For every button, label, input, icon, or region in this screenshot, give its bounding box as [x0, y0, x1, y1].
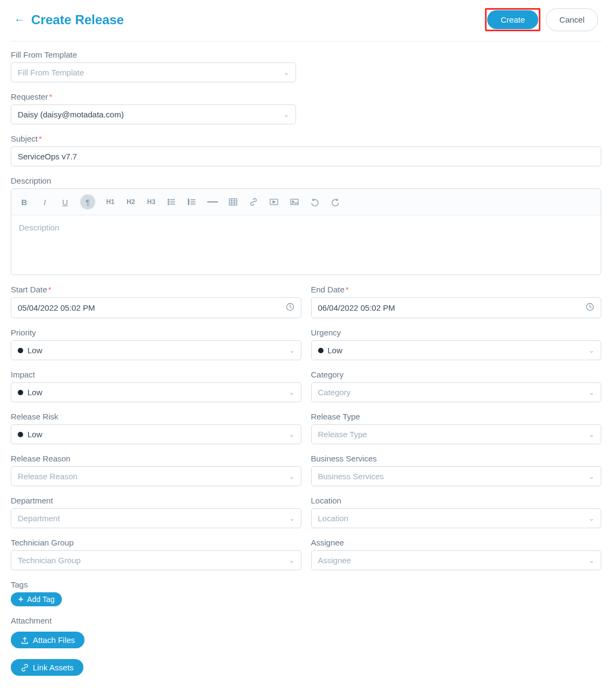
chevron-down-icon: ⌄: [589, 347, 594, 354]
end-date-value: 06/04/2022 05:02 PM: [318, 303, 395, 312]
technician-group-placeholder: Technician Group: [18, 556, 81, 565]
underline-icon[interactable]: U: [60, 197, 71, 207]
location-select[interactable]: Location ⌄: [311, 508, 602, 528]
chevron-down-icon: ⌄: [589, 473, 594, 480]
fill-template-select[interactable]: Fill From Template ⌄: [11, 62, 296, 82]
assignee-label: Assignee: [311, 538, 602, 547]
svg-point-5: [168, 204, 169, 205]
tags-label: Tags: [11, 580, 601, 589]
undo-icon[interactable]: [309, 197, 320, 207]
subject-value: ServiceOps v7.7: [18, 152, 77, 161]
start-date-label: Start Date*: [11, 285, 301, 294]
urgency-value: Low: [328, 346, 343, 355]
release-type-select[interactable]: Release Type ⌄: [311, 424, 602, 444]
chevron-down-icon: ⌄: [289, 473, 294, 480]
page-title: Create Release: [31, 12, 124, 27]
release-reason-label: Release Reason: [11, 454, 301, 463]
end-date-input[interactable]: 06/04/2022 05:02 PM: [311, 297, 602, 318]
svg-point-3: [168, 199, 169, 200]
plus-icon: +: [18, 594, 23, 604]
start-date-input[interactable]: 05/04/2022 05:02 PM: [11, 297, 301, 318]
impact-label: Impact: [11, 370, 301, 379]
department-label: Department: [11, 496, 301, 505]
back-arrow-icon[interactable]: ←: [14, 13, 25, 26]
video-icon[interactable]: [269, 197, 279, 207]
table-icon[interactable]: [228, 197, 238, 207]
bold-icon[interactable]: B: [19, 197, 30, 207]
release-reason-select[interactable]: Release Reason ⌄: [11, 466, 301, 486]
attach-files-button[interactable]: Attach Files: [11, 632, 85, 648]
chevron-down-icon: ⌄: [289, 389, 294, 396]
requester-select[interactable]: Daisy (daisy@motadata.com) ⌄: [11, 104, 296, 124]
unordered-list-icon[interactable]: [166, 197, 177, 207]
clock-icon: [586, 303, 594, 313]
cancel-button[interactable]: Cancel: [546, 8, 598, 31]
impact-value: Low: [27, 388, 43, 397]
description-textarea[interactable]: Description: [11, 215, 601, 275]
chevron-down-icon: ⌄: [289, 347, 294, 354]
release-risk-select[interactable]: Low ⌄: [11, 424, 301, 444]
create-highlight-box: Create: [485, 8, 540, 31]
clock-icon: [286, 303, 294, 313]
paragraph-icon[interactable]: ¶: [80, 194, 95, 209]
description-label: Description: [11, 176, 601, 185]
department-select[interactable]: Department ⌄: [11, 508, 301, 528]
requester-label: Requester*: [11, 92, 296, 101]
urgency-label: Urgency: [311, 328, 602, 337]
subject-input[interactable]: ServiceOps v7.7: [11, 146, 601, 166]
h2-button[interactable]: H2: [125, 197, 136, 207]
chevron-down-icon: ⌄: [284, 69, 289, 76]
business-services-select[interactable]: Business Services ⌄: [311, 466, 602, 486]
page-header: ← Create Release Create Cancel: [11, 0, 601, 41]
urgency-select[interactable]: Low ⌄: [311, 340, 602, 360]
redo-icon[interactable]: [330, 197, 341, 207]
chevron-down-icon: ⌄: [289, 431, 294, 438]
image-icon[interactable]: [289, 197, 300, 207]
priority-dot-icon: [18, 348, 23, 353]
priority-select[interactable]: Low ⌄: [11, 340, 301, 360]
category-select[interactable]: Category ⌄: [311, 382, 602, 402]
chevron-down-icon: ⌄: [589, 557, 594, 564]
h1-button[interactable]: H1: [105, 197, 116, 207]
fill-template-placeholder: Fill From Template: [18, 68, 84, 77]
requester-value: Daisy (daisy@motadata.com): [18, 110, 124, 119]
risk-dot-icon: [18, 432, 23, 437]
priority-label: Priority: [11, 328, 301, 337]
create-button[interactable]: Create: [487, 10, 538, 29]
release-type-placeholder: Release Type: [318, 430, 367, 439]
upload-icon: [20, 636, 29, 645]
subject-label: Subject*: [11, 134, 601, 143]
chevron-down-icon: ⌄: [289, 557, 294, 564]
svg-point-4: [168, 201, 169, 202]
location-placeholder: Location: [318, 514, 349, 523]
category-placeholder: Category: [318, 388, 351, 397]
chevron-down-icon: ⌄: [284, 111, 289, 118]
impact-dot-icon: [18, 390, 23, 395]
release-reason-placeholder: Release Reason: [18, 472, 78, 481]
link-assets-button[interactable]: Link Assets: [11, 659, 83, 676]
description-placeholder: Description: [19, 223, 59, 232]
location-label: Location: [311, 496, 602, 505]
category-label: Category: [311, 370, 602, 379]
svg-rect-12: [229, 199, 237, 205]
technician-group-label: Technician Group: [11, 538, 301, 547]
release-risk-value: Low: [27, 430, 43, 439]
urgency-dot-icon: [318, 348, 323, 353]
link-icon[interactable]: [248, 197, 259, 207]
assignee-placeholder: Assignee: [318, 556, 351, 565]
impact-select[interactable]: Low ⌄: [11, 382, 301, 402]
add-tag-button[interactable]: + Add Tag: [11, 592, 62, 606]
end-date-label: End Date*: [311, 285, 602, 294]
start-date-value: 05/04/2022 05:02 PM: [18, 303, 95, 312]
rte-toolbar: B I U ¶ H1 H2 H3 123: [11, 189, 601, 215]
technician-group-select[interactable]: Technician Group ⌄: [11, 550, 301, 570]
ordered-list-icon[interactable]: 123: [187, 197, 198, 207]
department-placeholder: Department: [18, 514, 60, 523]
assignee-select[interactable]: Assignee ⌄: [311, 550, 602, 570]
h3-button[interactable]: H3: [146, 197, 157, 207]
italic-icon[interactable]: I: [39, 197, 50, 207]
link-assets-label: Link Assets: [33, 663, 74, 672]
chevron-down-icon: ⌄: [589, 431, 594, 438]
release-risk-label: Release Risk: [11, 412, 301, 421]
hr-icon[interactable]: [207, 197, 218, 207]
